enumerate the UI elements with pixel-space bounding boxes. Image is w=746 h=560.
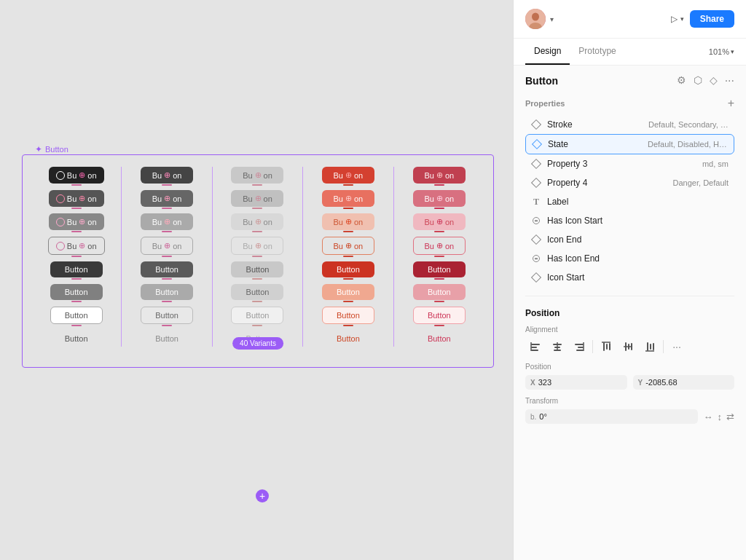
button-column-5: Bu⊕on Bu⊕on Bu⊕on	[394, 167, 484, 347]
button-underscore	[162, 301, 172, 302]
button-variant[interactable]: Bu⊕on	[141, 167, 193, 184]
icon-start-diamond-icon	[531, 272, 541, 283]
button-variant[interactable]: Button	[141, 261, 193, 277]
button-underscore	[71, 256, 82, 257]
add-property-button[interactable]: +	[728, 98, 734, 109]
property3-prop-value: md, sm	[702, 159, 729, 168]
button-variant[interactable]: Bu⊕on	[48, 237, 105, 255]
share-button[interactable]: Share	[690, 10, 734, 28]
button-variant[interactable]: Button	[231, 261, 283, 277]
button-variant[interactable]: Bu⊕on	[49, 190, 104, 207]
button-variant[interactable]: Bu⊕on	[231, 190, 283, 207]
property-row-icon-end[interactable]: Icon End	[525, 230, 734, 249]
add-variant-button[interactable]: +	[256, 489, 269, 502]
btn-group-row: Bu⊕on	[413, 237, 466, 257]
flip-v-icon[interactable]: ↕	[718, 411, 723, 422]
property-row-has-icon-end[interactable]: Has Icon End	[525, 249, 734, 268]
button-underscore	[162, 325, 172, 326]
button-variant[interactable]: Button	[413, 284, 466, 300]
tab-prototype[interactable]: Prototype	[570, 39, 624, 65]
panel-topbar: ▾ ▷ ▾ Share	[514, 0, 746, 39]
button-variant[interactable]: Bu⊕on	[322, 213, 374, 230]
button-variant[interactable]: Button	[50, 284, 103, 300]
align-right-button[interactable]	[569, 338, 589, 355]
y-input-wrap[interactable]: Y	[633, 375, 735, 390]
play-button[interactable]: ▷ ▾	[671, 14, 684, 24]
align-left-button[interactable]	[525, 338, 546, 355]
transform-icons: ↔ ↕ ⇄	[704, 411, 735, 422]
x-input-wrap[interactable]: X	[525, 375, 627, 390]
diamond-action-icon[interactable]: ◇	[710, 74, 718, 87]
button-variant[interactable]: Button	[231, 307, 283, 324]
align-bottom-button[interactable]	[640, 338, 660, 355]
button-variant[interactable]: Bu⊕on	[141, 213, 193, 230]
x-position-field: X	[525, 375, 627, 390]
button-variant[interactable]: Bu⊕on	[141, 237, 193, 255]
alignment-row: ···	[525, 338, 734, 355]
button-variant[interactable]: Bu⊕on	[141, 190, 193, 207]
align-separator-2	[663, 340, 664, 353]
x-position-input[interactable]	[538, 378, 622, 387]
button-variant[interactable]: Button	[141, 331, 193, 347]
adjust-icon[interactable]: ⚙	[677, 74, 686, 87]
button-variant[interactable]: Bu⊕on	[322, 237, 374, 255]
button-variant[interactable]: Bu⊕on	[413, 190, 466, 207]
button-variant[interactable]: Bu⊕on	[413, 213, 466, 230]
button-variant[interactable]: Button	[141, 307, 193, 324]
button-variant[interactable]: Bu⊕on	[322, 167, 374, 184]
button-variant[interactable]: Button	[413, 307, 466, 324]
property-row-property3[interactable]: Property 3 md, sm	[525, 154, 734, 173]
btn-group-row: Bu⊕on	[413, 167, 466, 186]
user-avatar[interactable]	[525, 9, 546, 29]
btn-group-row: Bu⊕on	[49, 213, 104, 232]
property-row-icon-start[interactable]: Icon Start	[525, 268, 734, 287]
zoom-control[interactable]: 101% ▾	[709, 47, 734, 56]
button-variant[interactable]: Button	[50, 331, 103, 347]
button-variant[interactable]: Button	[231, 284, 283, 300]
flip-h-icon[interactable]: ↔	[704, 411, 713, 422]
button-variant[interactable]: Button	[50, 261, 103, 277]
right-panel: ▾ ▷ ▾ Share Design Prototype 101% ▾ Butt…	[513, 0, 746, 560]
tab-design[interactable]: Design	[525, 39, 570, 65]
property-row-has-icon-start[interactable]: Has Icon Start	[525, 211, 734, 230]
button-variant[interactable]: Bu⊕on	[231, 167, 283, 184]
button-variant[interactable]: Button	[322, 331, 374, 347]
transform-field[interactable]: b. 0°	[525, 409, 698, 424]
button-variant[interactable]: Button	[413, 331, 466, 347]
component-name-row: Button ⚙ ⬡ ◇ ···	[525, 74, 734, 87]
align-top-button[interactable]	[596, 338, 616, 355]
degree-label: b.	[530, 413, 536, 421]
constrain-icon[interactable]: ⇄	[726, 411, 734, 422]
more-icon[interactable]: ···	[725, 74, 734, 87]
button-variant[interactable]: Bu⊕on	[49, 213, 104, 230]
property3-diamond-icon	[531, 159, 541, 169]
button-variant[interactable]: Button	[141, 284, 193, 300]
button-variant[interactable]: Button	[322, 261, 374, 277]
property-row-stroke[interactable]: Stroke Default, Secondary, S...	[525, 115, 734, 134]
button-variant[interactable]: Button	[322, 307, 374, 324]
button-variant[interactable]: Bu⊕on	[413, 167, 466, 184]
button-variant[interactable]: Button	[413, 261, 466, 277]
more-align-button[interactable]: ···	[667, 338, 687, 355]
button-underscore	[252, 184, 262, 186]
button-variant[interactable]: Button	[322, 284, 374, 300]
property-row-label[interactable]: T Label	[525, 192, 734, 211]
button-variant[interactable]: Bu⊕on	[231, 213, 283, 230]
button-variant[interactable]: Bu⊕on	[322, 190, 374, 207]
button-variant[interactable]: Bu⊕on	[49, 167, 104, 184]
y-position-input[interactable]	[645, 378, 729, 387]
align-center-button[interactable]	[547, 338, 568, 355]
component-icon[interactable]: ⬡	[694, 74, 702, 87]
property-row-property4[interactable]: Property 4 Danger, Default	[525, 173, 734, 192]
property-row-state[interactable]: State Default, Disabled, Ho...	[525, 134, 734, 154]
button-variant[interactable]: Button	[50, 307, 103, 324]
button-variant[interactable]: Bu⊕on	[413, 237, 466, 255]
position-title: Position	[525, 308, 734, 318]
button-underscore	[434, 325, 444, 326]
btn-group-row: Button	[141, 284, 193, 302]
button-variant[interactable]: Bu⊕on	[231, 237, 283, 255]
component-frame[interactable]: Bu⊕on Bu⊕on Bu⊕on	[22, 154, 494, 368]
btn-group-row: Bu⊕on	[322, 213, 374, 232]
property4-diamond-icon	[531, 178, 541, 188]
align-middle-button[interactable]	[618, 338, 638, 355]
